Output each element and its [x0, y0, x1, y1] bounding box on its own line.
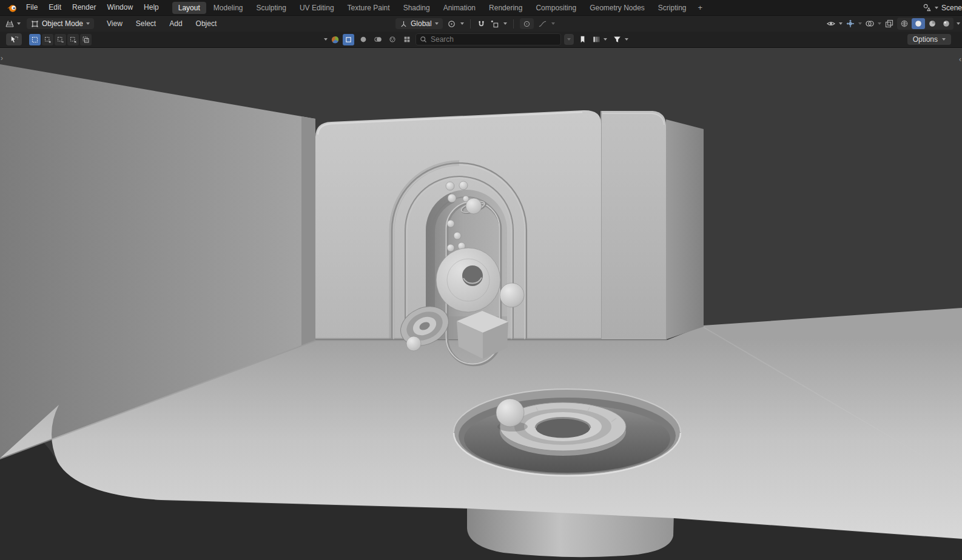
bookmark-icon[interactable] — [579, 35, 587, 44]
falloff-chevron-icon[interactable] — [551, 22, 555, 25]
transform-controls: Global — [395, 16, 555, 32]
mode-selector[interactable]: Object Mode — [27, 18, 94, 29]
viewport-display-controls — [826, 16, 960, 32]
blender-logo-icon[interactable] — [2, 2, 21, 13]
orientation-chevron-icon — [435, 22, 439, 25]
search-icon — [420, 36, 427, 43]
gizmo-icon[interactable] — [846, 19, 855, 28]
new-collection-button[interactable] — [564, 34, 574, 45]
select-mode-group — [29, 34, 92, 45]
tab-sculpting[interactable]: Sculpting — [251, 2, 292, 14]
search-box[interactable] — [415, 33, 561, 45]
mode-label: Object Mode — [42, 19, 83, 28]
tab-geometry-nodes[interactable]: Geometry Nodes — [584, 2, 651, 14]
menu-render[interactable]: Render — [67, 0, 101, 15]
sidebar-expand-arrow[interactable]: ‹ — [959, 56, 961, 63]
shading-material-icon[interactable] — [926, 18, 939, 29]
tab-shading[interactable]: Shading — [397, 2, 436, 14]
pivot-point-icon[interactable] — [447, 19, 456, 28]
snap-chevron-icon[interactable] — [503, 22, 507, 25]
display-mode-chevron-icon[interactable] — [604, 38, 607, 41]
active-tool-box-select[interactable] — [6, 33, 22, 45]
add-workspace-button[interactable]: + — [693, 2, 708, 13]
select-mode-extend[interactable] — [42, 34, 53, 45]
overlays-icon[interactable] — [865, 19, 875, 28]
visibility-eye-icon[interactable] — [826, 19, 836, 28]
tool-settings-bar: Options — [0, 32, 962, 48]
menu-help[interactable]: Help — [138, 0, 164, 15]
mode-chevron-icon — [86, 22, 90, 25]
editor-type-chevron-icon[interactable] — [17, 22, 21, 25]
snap-magnet-icon[interactable] — [477, 19, 486, 28]
options-chevron-icon — [942, 38, 946, 41]
proportional-editing-toggle[interactable] — [520, 18, 534, 29]
overlays-chevron-icon[interactable] — [878, 22, 881, 25]
topbar: File Edit Render Window Help Layout Mode… — [0, 0, 962, 16]
options-label: Options — [913, 35, 938, 44]
shading-rendered-icon[interactable] — [940, 18, 953, 29]
editor-type-icon[interactable] — [5, 19, 15, 28]
menu-object[interactable]: Object — [190, 16, 223, 32]
filter-overlap-spheres-icon[interactable] — [372, 34, 383, 45]
shading-solid-icon[interactable] — [912, 18, 925, 29]
xray-toggle-icon[interactable] — [884, 19, 894, 28]
workspace-tabs: Layout Modeling Sculpting UV Editing Tex… — [172, 0, 707, 16]
select-mode-subtract[interactable] — [55, 34, 66, 45]
global-axis-icon — [400, 20, 408, 28]
menu-window[interactable]: Window — [101, 0, 138, 15]
object-mode-icon — [31, 20, 39, 28]
select-mode-set[interactable] — [29, 34, 41, 45]
tab-modeling[interactable]: Modeling — [207, 2, 249, 14]
tab-texture-paint[interactable]: Texture Paint — [341, 2, 396, 14]
slab-left-side — [301, 116, 315, 346]
shading-wireframe-icon[interactable] — [898, 18, 911, 29]
filter-search-bar — [324, 32, 628, 47]
tab-uv-editing[interactable]: UV Editing — [294, 2, 340, 14]
tab-rendering[interactable]: Rendering — [483, 2, 528, 14]
filter-grid-icon[interactable] — [401, 34, 412, 45]
shading-chevron-icon[interactable] — [957, 22, 960, 25]
tab-compositing[interactable]: Compositing — [530, 2, 582, 14]
pivot-chevron-icon[interactable] — [460, 22, 464, 25]
viewport-header: Object Mode View Select Add Object Globa… — [0, 16, 962, 32]
mesh-torus[interactable] — [436, 248, 500, 312]
separator — [470, 19, 471, 28]
collection-chevron-icon[interactable] — [324, 38, 328, 41]
shading-mode-group — [897, 18, 954, 30]
menu-file[interactable]: File — [21, 0, 43, 15]
tab-scripting[interactable]: Scripting — [652, 2, 693, 14]
scene-canvas[interactable] — [0, 47, 962, 560]
snap-target-icon[interactable] — [490, 19, 499, 28]
gizmo-chevron-icon[interactable] — [858, 22, 862, 25]
search-input[interactable] — [431, 35, 557, 44]
falloff-curve-icon[interactable] — [538, 19, 547, 28]
orientation-selector[interactable]: Global — [395, 18, 443, 29]
mesh-sphere-small[interactable] — [500, 283, 524, 307]
display-mode-icon[interactable] — [592, 35, 600, 44]
scene-name-label: Scene — [941, 4, 962, 12]
toolbar-expand-arrow[interactable]: › — [1, 55, 3, 62]
scene-selector[interactable]: Scene — [923, 3, 962, 12]
select-mode-invert[interactable] — [67, 34, 79, 45]
filter-object-type-active-icon[interactable] — [343, 34, 354, 45]
visibility-chevron-icon[interactable] — [839, 22, 843, 25]
menu-view[interactable]: View — [101, 16, 128, 32]
separator — [513, 19, 514, 28]
tab-layout[interactable]: Layout — [172, 2, 206, 14]
menu-select[interactable]: Select — [130, 16, 161, 32]
menu-add[interactable]: Add — [164, 16, 187, 32]
menu-edit[interactable]: Edit — [43, 0, 67, 15]
material-preview-ball-icon[interactable] — [331, 35, 340, 44]
filter-chevron-icon[interactable] — [625, 38, 628, 41]
scene-icon — [923, 3, 932, 12]
filter-sphere-dots-icon[interactable] — [386, 34, 398, 45]
chevron-down-icon — [935, 7, 938, 9]
tab-animation[interactable]: Animation — [437, 2, 482, 14]
options-dropdown[interactable]: Options — [907, 34, 951, 45]
new-collection-chevron-icon — [567, 38, 571, 41]
select-mode-intersect[interactable] — [80, 34, 92, 45]
proportional-circle-icon — [523, 20, 531, 28]
filter-funnel-icon[interactable] — [613, 35, 622, 44]
filter-sphere-icon[interactable] — [357, 34, 369, 45]
viewport-3d[interactable]: › ‹ — [0, 47, 962, 560]
